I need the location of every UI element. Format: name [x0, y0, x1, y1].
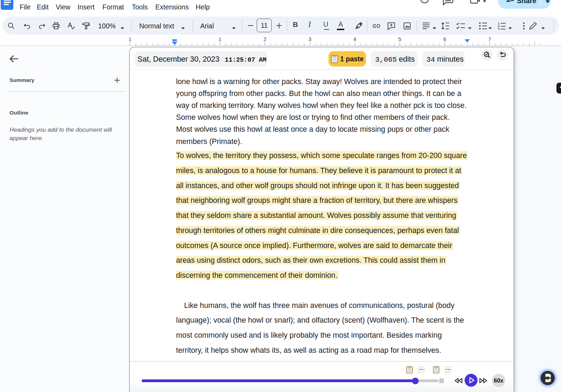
- svg-text:3: 3: [498, 27, 500, 30]
- svg-text:1: 1: [218, 36, 221, 42]
- svg-text:5: 5: [398, 36, 401, 42]
- svg-text:3: 3: [309, 36, 311, 42]
- svg-text:2: 2: [263, 36, 266, 42]
- svg-text:6: 6: [443, 36, 446, 42]
- svg-text:7: 7: [488, 36, 491, 42]
- svg-text:4: 4: [353, 36, 356, 42]
- svg-text:1: 1: [129, 36, 131, 42]
